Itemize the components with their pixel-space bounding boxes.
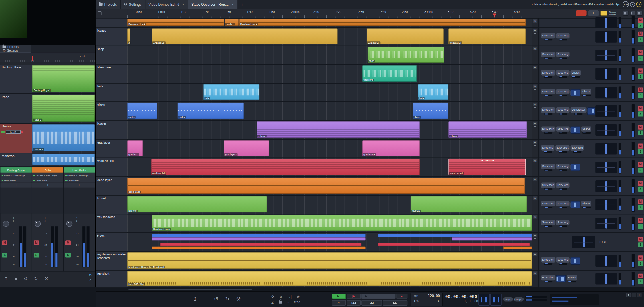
horizontal-scrollbar[interactable]	[96, 288, 644, 291]
left-track-name[interactable]: Backing Keys	[0, 65, 32, 93]
solo-button[interactable]: S	[638, 37, 643, 42]
loop-icon[interactable]: ⟳	[271, 295, 275, 298]
plugin-button[interactable]: S:rev short	[541, 164, 555, 169]
sub-clip[interactable]	[378, 234, 532, 237]
track-header[interactable]: ▸ vox	[96, 233, 127, 252]
plugin-wave-icon[interactable]	[571, 89, 581, 96]
left-track-row[interactable]: DrumsInput 1▶Drums 1	[0, 124, 95, 154]
sync-icon[interactable]: ⟳	[89, 274, 92, 277]
add-button[interactable]: +	[588, 10, 599, 16]
menu-icon[interactable]: ≡	[15, 276, 17, 281]
bpm-value[interactable]: 120.00	[428, 294, 440, 298]
new-tab-button[interactable]: +	[238, 0, 247, 9]
sub-clip[interactable]	[152, 247, 365, 249]
track-header[interactable]	[96, 19, 127, 28]
time-display[interactable]: 00:00:00.000 1, 1, 000	[445, 294, 480, 303]
solo-button[interactable]: S	[638, 149, 643, 154]
automation-cell[interactable]: A+	[532, 233, 538, 252]
mute-button[interactable]: M	[65, 240, 71, 245]
audio-clip[interactable]: Mysterious Unraveller Rendered	[127, 252, 532, 269]
automation-add-icon[interactable]: +	[532, 219, 538, 221]
solo-button[interactable]: S	[65, 253, 71, 257]
zoom-button[interactable]: +	[637, 293, 642, 297]
audio-clip[interactable]: grat layers	[224, 140, 269, 156]
automation-add-icon[interactable]: +	[532, 163, 538, 165]
mini-fader[interactable]	[544, 76, 552, 78]
add-plugin-button[interactable]: +	[0, 183, 31, 188]
clock-icon[interactable]	[636, 2, 642, 7]
automation-add-icon[interactable]: +	[532, 125, 538, 128]
mini-fader[interactable]	[544, 188, 552, 190]
track-header[interactable]: hats	[96, 84, 127, 102]
record-punch-button[interactable]: |▶	[347, 293, 361, 299]
automation-cell[interactable]: A+	[532, 177, 538, 196]
audio-clip[interactable]: clicks	[127, 103, 157, 119]
mixer-channel-title[interactable]: Cello	[32, 167, 63, 173]
track-lane[interactable]: New MIDI Clip	[127, 271, 532, 288]
plugin-button[interactable]: S:rev long	[556, 126, 570, 132]
solo-button[interactable]: S	[638, 56, 643, 60]
mini-fader[interactable]	[559, 113, 567, 115]
tab-video-demos-edit-6[interactable]: Video Demos Edit 6×	[145, 0, 188, 9]
import-icon[interactable]: ↥	[193, 296, 197, 301]
mute-button[interactable]: M	[2, 240, 7, 245]
mini-fader[interactable]	[544, 113, 552, 115]
undo-icon[interactable]: ↺	[214, 296, 218, 301]
volume-fader[interactable]	[595, 162, 617, 173]
track-lane[interactable]: eerie layer	[127, 177, 532, 196]
plugin-button[interactable]: Chorus	[581, 89, 591, 94]
mixer-plugin-item[interactable]: Level Meter	[0, 178, 31, 182]
mini-fader[interactable]	[559, 225, 567, 227]
audio-clip[interactable]: Drums 1	[32, 124, 95, 151]
audio-clip[interactable]: Backing Keys 1	[32, 65, 95, 92]
tab-projects[interactable]: Projects	[0, 45, 31, 49]
sub-clip[interactable]	[452, 237, 532, 240]
sub-clip[interactable]	[378, 243, 530, 246]
track-header[interactable]: vox rendered	[96, 214, 127, 233]
plugin-wave-icon[interactable]	[587, 107, 595, 115]
audio-clip[interactable]: grat lay...	[127, 140, 143, 156]
mixer-plugin-item[interactable]: Volume & Pan Plugin	[32, 173, 63, 178]
solo-button[interactable]: S	[638, 23, 643, 28]
mini-fader[interactable]	[582, 132, 591, 134]
volume-fader[interactable]	[595, 255, 617, 267]
zoom-fit-icon[interactable]: Z	[89, 278, 92, 282]
automation-add-icon[interactable]: +	[532, 51, 538, 53]
automation-add-icon[interactable]: +	[532, 88, 538, 91]
plugin-wave-icon[interactable]	[556, 275, 566, 282]
audio-clip[interactable]: filtersnre	[362, 65, 417, 82]
input-widget[interactable]: Input 1▶	[1, 130, 23, 134]
mixer-channel-title[interactable]: Backing Guitar	[0, 167, 31, 173]
mini-fader[interactable]	[544, 151, 552, 153]
mini-fader[interactable]	[544, 263, 552, 265]
automation-cell[interactable]: A+	[532, 65, 538, 84]
mute-button[interactable]: M	[638, 237, 643, 241]
overdub-icon[interactable]: ∪	[279, 295, 282, 298]
solo-button[interactable]: S	[638, 224, 643, 229]
rewind-button[interactable]: ◀◀	[361, 300, 382, 305]
plugin-button[interactable]: S:rev short	[541, 219, 555, 225]
solo-button[interactable]: S	[638, 111, 643, 116]
fast-forward-button[interactable]: ▶▶	[383, 300, 407, 305]
volume-fader[interactable]	[595, 68, 617, 80]
track-header[interactable]: snap	[96, 46, 127, 65]
audio-clip[interactable]: J	[127, 28, 130, 44]
audio-clip[interactable]: jx layer	[448, 121, 527, 138]
automation-add-icon[interactable]: +	[532, 237, 538, 240]
plugin-button[interactable]: S:rev long	[556, 107, 570, 113]
lock-icon[interactable]	[279, 301, 282, 304]
audio-clip[interactable]: wurlitzer left◁◀ ▢■▣▤ ▷▶	[448, 159, 526, 175]
plugin-button[interactable]: Phaser	[581, 201, 591, 206]
left-track-name[interactable]: DrumsInput 1▶	[0, 124, 32, 153]
mixer-plugin-item[interactable]: Level Meter	[64, 178, 95, 182]
mixer-channel-title[interactable]: Lead Guitar	[64, 167, 95, 173]
solo-button[interactable]: S	[638, 168, 643, 172]
plugin-button[interactable]: Chorus	[581, 126, 591, 132]
track-header[interactable]: jxbass	[96, 28, 127, 46]
solo-button[interactable]: S	[638, 131, 643, 135]
plugin-button[interactable]: S:rev long	[556, 182, 570, 188]
mute-button[interactable]: M	[638, 181, 643, 186]
sub-clip[interactable]	[152, 234, 365, 237]
mini-fader[interactable]	[544, 225, 552, 227]
tools-icon[interactable]: ⚒	[236, 296, 241, 301]
